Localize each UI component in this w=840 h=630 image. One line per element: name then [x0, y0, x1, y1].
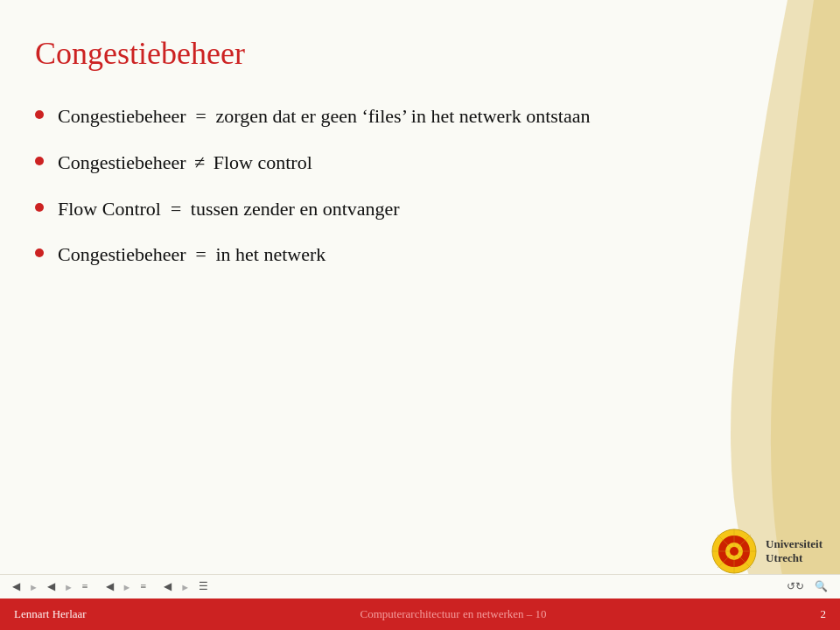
nav-search-btn[interactable]: 🔍: [811, 578, 831, 595]
list-item: Congestiebeheer = zorgen dat er geen ‘fi…: [35, 103, 788, 130]
university-logo: Universiteit Utrecht: [711, 528, 822, 574]
bullet-text: Congestiebeheer = in het netwerk: [58, 242, 788, 269]
bullet-dot: [35, 248, 44, 257]
nav-sub-back-btn[interactable]: ◀: [102, 578, 117, 595]
bullet-dot: [35, 110, 44, 119]
nav-sep6: ►: [180, 582, 190, 592]
nav-sep1: ►: [29, 582, 38, 592]
slide-title: Congestiebeheer: [35, 35, 788, 72]
nav-bar: ◀ ► ◀ ► ≡ ◀ ► ≡ ◀ ► ☰ ↺↻ 🔍: [0, 574, 840, 598]
nav-slide-count: ☰: [195, 578, 212, 595]
bullet-dot: [35, 203, 44, 212]
university-name: Universiteit Utrecht: [766, 537, 822, 564]
bullet-list: Congestiebeheer = zorgen dat er geen ‘fi…: [35, 103, 788, 269]
university-name-line1: Universiteit: [766, 537, 822, 551]
nav-toc-btn[interactable]: ≡: [79, 578, 92, 595]
bullet-text: Congestiebeheer = zorgen dat er geen ‘fi…: [58, 103, 788, 130]
bullet-text: Congestiebeheer ≠ Flow control: [58, 150, 788, 177]
list-item: Congestiebeheer = in het netwerk: [35, 242, 788, 269]
bullet-text: Flow Control = tussen zender en ontvange…: [58, 196, 788, 223]
footer-course: Computerarchitectuur en netwerken – 10: [360, 607, 547, 621]
university-name-line2: Utrecht: [766, 551, 822, 565]
svg-point-7: [730, 547, 738, 556]
list-item: Congestiebeheer ≠ Flow control: [35, 150, 788, 177]
footer-page: 2: [821, 607, 827, 621]
nav-overview-btn[interactable]: ◀: [160, 578, 175, 595]
uu-emblem: [711, 528, 757, 574]
bullet-dot: [35, 157, 44, 165]
nav-frame-back-btn[interactable]: ◀: [44, 578, 59, 595]
nav-sep4: ►: [122, 582, 132, 592]
slide: Congestiebeheer Congestiebeheer = zorgen…: [0, 0, 840, 630]
bottom-bar: Lennart Herlaar Computerarchitectuur en …: [0, 598, 840, 630]
footer-author: Lennart Herlaar: [14, 607, 87, 621]
nav-sub-toc-btn[interactable]: ≡: [136, 578, 150, 595]
nav-prev-btn[interactable]: ◀: [9, 578, 24, 595]
list-item: Flow Control = tussen zender en ontvange…: [35, 196, 788, 223]
nav-sep2: ►: [64, 582, 74, 592]
nav-zoom-btn[interactable]: ↺↻: [783, 578, 808, 595]
